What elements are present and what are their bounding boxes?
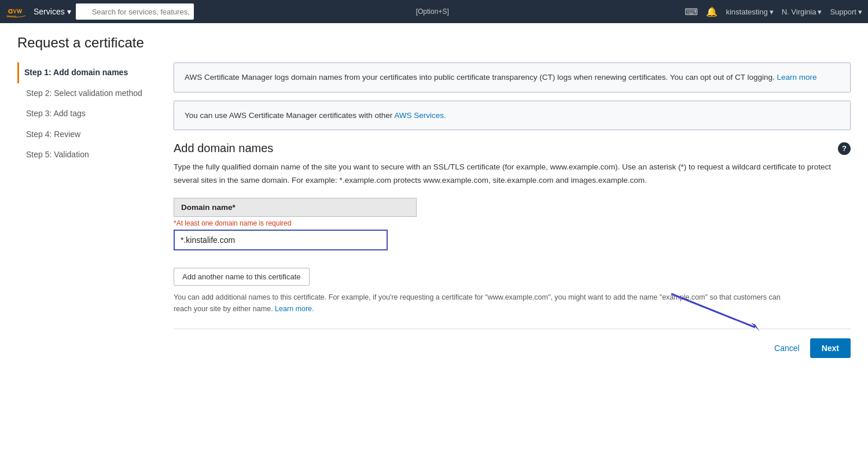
aws-services-info-box: You can use AWS Certificate Manager cert… [174,101,851,131]
support-menu[interactable]: Support ▾ [830,8,862,16]
page-content: Request a certificate Step 1: Add domain… [0,23,868,465]
top-navigation: amazon Services ▾ 🔍 [Option+S] ⌨ 🔔 kinst… [0,0,868,23]
ct-logging-learn-more-link[interactable]: Learn more [777,73,817,82]
services-chevron-icon: ▾ [67,7,71,16]
search-shortcut: [Option+S] [416,8,449,16]
sidebar-item-step3[interactable]: Step 3: Add tags [17,104,162,124]
domain-form: Domain name* *At least one domain name i… [174,198,851,250]
divider [174,329,851,329]
svg-marker-2 [751,323,760,331]
cloud-shell-icon[interactable]: ⌨ [685,6,698,17]
domain-name-input[interactable] [174,230,388,250]
sidebar-item-step2[interactable]: Step 2: Select validation method [17,83,162,104]
account-menu[interactable]: kinstatesting ▾ [726,8,773,16]
sidebar-item-step5[interactable]: Step 5: Validation [17,145,162,165]
section-header: Add domain names ? [174,142,851,155]
aws-services-link[interactable]: AWS Services. [394,111,446,120]
main-layout: Step 1: Add domain names Step 2: Select … [17,62,851,358]
page-title: Request a certificate [17,35,851,51]
sidebar-item-step4[interactable]: Step 4: Review [17,124,162,145]
search-input[interactable] [76,3,194,20]
section-description: Type the fully qualified domain name of … [174,161,851,187]
add-name-learn-more-link[interactable]: Learn more. [275,305,314,313]
add-name-description: You can add additional names to this cer… [174,291,787,315]
ct-logging-text: AWS Certificate Manager logs domain name… [185,73,775,82]
bell-icon[interactable]: 🔔 [706,6,718,17]
sidebar-item-step1[interactable]: Step 1: Add domain names [17,62,162,83]
cancel-button[interactable]: Cancel [771,339,803,357]
region-menu[interactable]: N. Virginia ▾ [782,8,822,16]
domain-required-text: *At least one domain name is required [174,219,851,227]
services-menu[interactable]: Services ▾ [34,7,71,16]
aws-logo: amazon [6,5,27,19]
aws-services-text: You can use AWS Certificate Manager cert… [185,111,392,120]
next-button[interactable]: Next [810,338,851,358]
ct-logging-info-box: AWS Certificate Manager logs domain name… [174,62,851,93]
region-chevron-icon: ▾ [818,8,822,16]
help-icon[interactable]: ? [838,142,851,155]
search-bar: 🔍 [76,3,411,20]
sidebar: Step 1: Add domain names Step 2: Select … [17,62,174,358]
main-area: AWS Certificate Manager logs domain name… [174,62,851,358]
bottom-actions: Cancel Next [174,338,851,358]
domain-name-label: Domain name* [174,198,417,217]
add-another-name-button[interactable]: Add another name to this certificate [174,268,310,286]
section-title: Add domain names [174,142,273,155]
support-chevron-icon: ▾ [858,8,862,16]
nav-right: ⌨ 🔔 kinstatesting ▾ N. Virginia ▾ Suppor… [685,6,862,17]
account-chevron-icon: ▾ [770,8,774,16]
